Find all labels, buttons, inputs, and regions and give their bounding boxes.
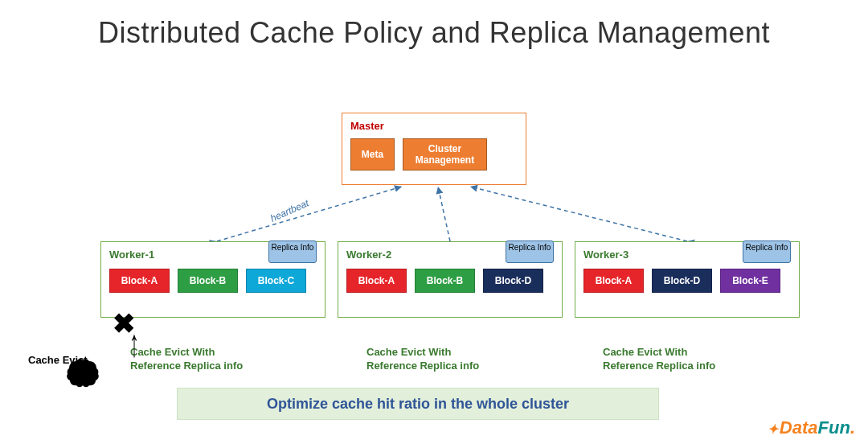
- optimize-statement: Optimize cache hit ratio in the whole cl…: [177, 388, 659, 420]
- replica-info-badge: Replica Info: [743, 240, 791, 263]
- block-a: Block-A: [346, 269, 407, 293]
- logo-part-2: Fun: [818, 417, 850, 438]
- datafun-logo: ✦DataFun.: [768, 417, 855, 438]
- logo-sparkle-icon: ✦: [768, 421, 778, 437]
- block-e: Block-E: [720, 269, 780, 293]
- brain-icon: [66, 358, 100, 390]
- logo-part-1: Data: [780, 417, 818, 438]
- block-b: Block-B: [178, 269, 238, 293]
- cache-evict-illustration: ✖ ↑ Cache Evict: [32, 314, 149, 402]
- block-a: Block-A: [583, 269, 644, 293]
- block-c: Block-C: [246, 269, 306, 293]
- page-title: Distributed Cache Policy and Replica Man…: [0, 16, 868, 50]
- svg-line-1: [438, 187, 450, 241]
- worker-3: Worker-3 Replica Info Block-A Block-D Bl…: [575, 241, 800, 318]
- block-b: Block-B: [415, 269, 475, 293]
- logo-dot: .: [850, 417, 855, 438]
- master-label: Master: [350, 120, 518, 132]
- cluster-management-box: Cluster Management: [403, 138, 487, 171]
- meta-box: Meta: [350, 138, 395, 171]
- replica-info-badge: Replica Info: [268, 240, 317, 263]
- heartbeat-label: heartbeat: [268, 197, 310, 224]
- block-d: Block-D: [483, 269, 543, 293]
- evict-caption-3: Cache Evict With Reference Replica info: [603, 346, 715, 373]
- svg-line-0: [217, 187, 402, 241]
- svg-line-2: [470, 187, 687, 241]
- block-a: Block-A: [109, 269, 170, 293]
- replica-info-badge: Replica Info: [506, 240, 554, 263]
- evict-caption-2: Cache Evict With Reference Replica info: [366, 346, 479, 373]
- worker-2: Worker-2 Replica Info Block-A Block-B Bl…: [338, 241, 563, 318]
- master-node: Master Meta Cluster Management: [342, 113, 526, 185]
- arrow-up-icon: ↑: [129, 324, 139, 363]
- worker-1: Worker-1 Replica Info Block-A Block-B Bl…: [100, 241, 326, 318]
- block-d: Block-D: [652, 269, 712, 293]
